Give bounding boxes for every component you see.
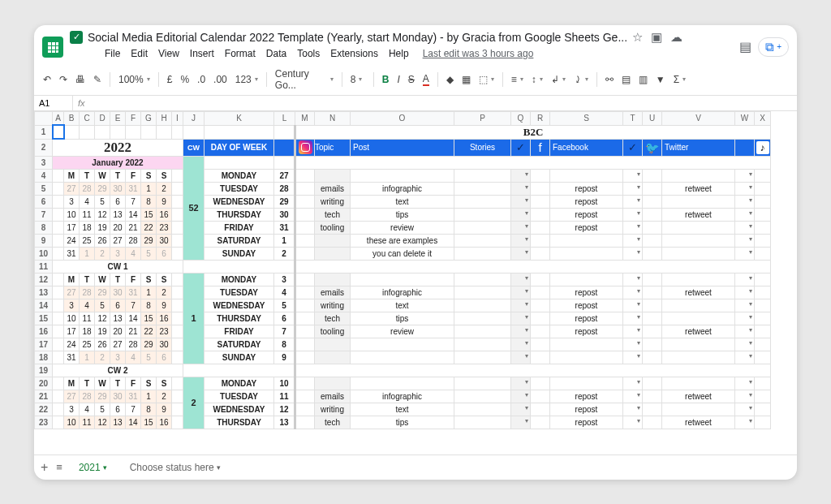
undo-button[interactable]: ↶ bbox=[41, 72, 54, 87]
fb-dd[interactable] bbox=[623, 273, 643, 286]
tw-dd[interactable] bbox=[735, 377, 755, 390]
post-cell[interactable]: infographic bbox=[351, 286, 454, 299]
row-head-8[interactable]: 8 bbox=[35, 221, 53, 234]
last-edit-link[interactable]: Last edit was 3 hours ago bbox=[419, 46, 538, 61]
stories-dd[interactable] bbox=[511, 195, 531, 208]
stories-dd[interactable] bbox=[511, 390, 531, 403]
stories-dd[interactable] bbox=[511, 221, 531, 234]
tw-dd[interactable] bbox=[735, 390, 755, 403]
post-cell[interactable]: tips bbox=[351, 208, 454, 221]
col-head-L[interactable]: L bbox=[274, 111, 295, 125]
tw-cell[interactable]: retweet bbox=[662, 416, 735, 429]
comment-button[interactable]: ▤ bbox=[619, 72, 633, 87]
tw-dd[interactable] bbox=[735, 195, 755, 208]
topic-cell[interactable] bbox=[315, 273, 351, 286]
col-head-W[interactable]: W bbox=[735, 111, 755, 125]
number-format-button[interactable]: 123 bbox=[233, 72, 260, 87]
post-cell[interactable]: infographic bbox=[351, 182, 454, 195]
add-sheet-button[interactable]: + bbox=[41, 460, 48, 475]
fb-cell[interactable] bbox=[550, 338, 623, 351]
row-head-9[interactable]: 9 bbox=[35, 234, 53, 247]
tw-cell[interactable]: retweet bbox=[662, 286, 735, 299]
dec-increase-button[interactable]: .00 bbox=[211, 72, 230, 87]
row-head-19[interactable]: 19 bbox=[35, 364, 53, 377]
post-cell[interactable]: text bbox=[351, 299, 454, 312]
fb-dd[interactable] bbox=[623, 351, 643, 364]
tw-cell[interactable] bbox=[662, 234, 735, 247]
col-head-A[interactable]: A bbox=[53, 111, 64, 125]
col-head-J[interactable]: J bbox=[183, 111, 205, 125]
merge-button[interactable]: ⬚ bbox=[476, 72, 497, 87]
share-button[interactable]: ⧉+ bbox=[758, 37, 789, 57]
post-cell[interactable] bbox=[351, 338, 454, 351]
currency-button[interactable]: £ bbox=[165, 72, 175, 87]
row-head-6[interactable]: 6 bbox=[35, 195, 53, 208]
tw-cell[interactable] bbox=[662, 299, 735, 312]
row-head-3[interactable]: 3 bbox=[35, 156, 53, 169]
topic-cell[interactable]: tech bbox=[315, 416, 351, 429]
topic-cell[interactable]: tech bbox=[315, 208, 351, 221]
col-head-D[interactable]: D bbox=[95, 111, 110, 125]
tw-cell[interactable]: retweet bbox=[662, 390, 735, 403]
stories-dd[interactable] bbox=[511, 286, 531, 299]
col-head-P[interactable]: P bbox=[454, 111, 511, 125]
fb-cell[interactable]: repost bbox=[550, 416, 623, 429]
col-head-M[interactable]: M bbox=[295, 111, 315, 125]
topic-cell[interactable] bbox=[315, 234, 351, 247]
row-head-12[interactable]: 12 bbox=[35, 273, 53, 286]
topic-cell[interactable] bbox=[315, 351, 351, 364]
col-head-O[interactable]: O bbox=[351, 111, 454, 125]
col-head-C[interactable]: C bbox=[80, 111, 95, 125]
row-head-16[interactable]: 16 bbox=[35, 325, 53, 338]
tw-dd[interactable] bbox=[735, 325, 755, 338]
tw-cell[interactable]: retweet bbox=[662, 325, 735, 338]
col-head-N[interactable]: N bbox=[315, 111, 351, 125]
tw-dd[interactable] bbox=[735, 247, 755, 260]
fill-color-button[interactable]: ◆ bbox=[444, 72, 456, 87]
menu-view[interactable]: View bbox=[154, 46, 183, 61]
tw-dd[interactable] bbox=[735, 169, 755, 182]
row-head-15[interactable]: 15 bbox=[35, 312, 53, 325]
stories-dd[interactable] bbox=[511, 169, 531, 182]
print-button[interactable]: 🖶 bbox=[73, 72, 88, 87]
stories-dd[interactable] bbox=[511, 234, 531, 247]
menu-insert[interactable]: Insert bbox=[186, 46, 218, 61]
menu-file[interactable]: File bbox=[101, 46, 124, 61]
menu-extensions[interactable]: Extensions bbox=[326, 46, 382, 61]
row-head-11[interactable]: 11 bbox=[35, 260, 53, 273]
wrap-button[interactable]: ↲ bbox=[549, 72, 568, 87]
row-head-1[interactable]: 1 bbox=[35, 125, 53, 139]
topic-cell[interactable] bbox=[315, 377, 351, 390]
row-head-5[interactable]: 5 bbox=[35, 182, 53, 195]
post-cell[interactable] bbox=[351, 169, 454, 182]
col-head-R[interactable]: R bbox=[531, 111, 550, 125]
col-head-I[interactable]: I bbox=[172, 111, 183, 125]
row-head-7[interactable]: 7 bbox=[35, 208, 53, 221]
strike-button[interactable]: S bbox=[406, 72, 417, 87]
col-head-G[interactable]: G bbox=[141, 111, 157, 125]
tw-dd[interactable] bbox=[735, 351, 755, 364]
row-head-18[interactable]: 18 bbox=[35, 351, 53, 364]
star-icon[interactable]: ☆ bbox=[632, 30, 643, 45]
fb-dd[interactable] bbox=[623, 403, 643, 416]
rotate-button[interactable]: ⤸ bbox=[571, 72, 591, 87]
post-cell[interactable]: tips bbox=[351, 416, 454, 429]
tw-dd[interactable] bbox=[735, 416, 755, 429]
tw-cell[interactable]: retweet bbox=[662, 182, 735, 195]
stories-dd[interactable] bbox=[511, 312, 531, 325]
tw-cell[interactable] bbox=[662, 338, 735, 351]
fb-cell[interactable]: repost bbox=[550, 195, 623, 208]
fb-dd[interactable] bbox=[623, 169, 643, 182]
menu-tools[interactable]: Tools bbox=[293, 46, 324, 61]
font-select[interactable]: Century Go... bbox=[273, 67, 336, 93]
paint-format-button[interactable]: ✎ bbox=[91, 72, 104, 87]
chart-button[interactable]: ▥ bbox=[636, 72, 650, 87]
row-head-22[interactable]: 22 bbox=[35, 403, 53, 416]
topic-cell[interactable]: tooling bbox=[315, 221, 351, 234]
fb-dd[interactable] bbox=[623, 234, 643, 247]
filter-button[interactable]: ▼ bbox=[653, 72, 668, 87]
row-head-4[interactable]: 4 bbox=[35, 169, 53, 182]
tw-cell[interactable] bbox=[662, 403, 735, 416]
fb-cell[interactable]: repost bbox=[550, 390, 623, 403]
fb-cell[interactable] bbox=[550, 169, 623, 182]
